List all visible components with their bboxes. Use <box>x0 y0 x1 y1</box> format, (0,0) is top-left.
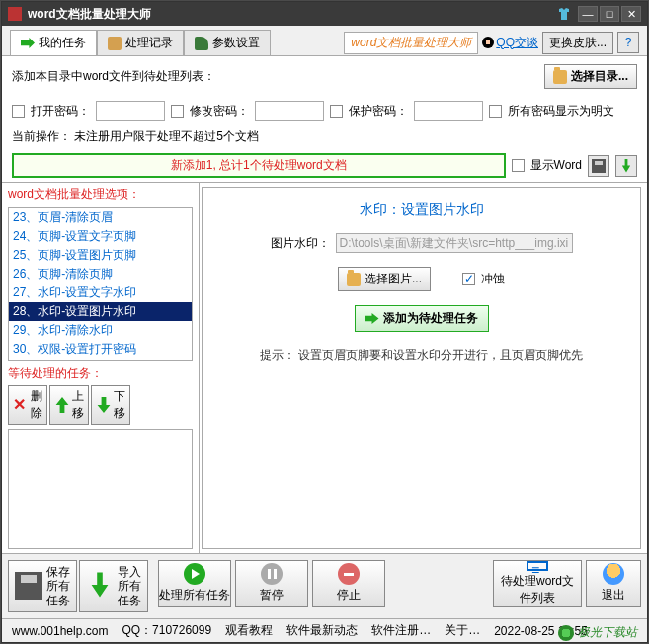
tab-label: 我的任务 <box>39 35 86 51</box>
maximize-button[interactable]: □ <box>600 6 619 22</box>
folder-open-icon <box>347 273 361 286</box>
shirt-icon[interactable] <box>556 6 572 22</box>
arrow-down-icon <box>96 397 112 413</box>
protect-password-input[interactable] <box>414 101 483 121</box>
stop-icon <box>338 563 360 585</box>
status-message: 新添加1, 总计1个待处理word文档 <box>12 153 506 178</box>
download-icon <box>619 159 633 173</box>
app-icon <box>8 7 22 21</box>
about-link[interactable]: 关于… <box>445 622 480 639</box>
show-word-checkbox[interactable] <box>512 159 525 172</box>
select-image-label: 选择图片... <box>365 271 422 287</box>
list-icon <box>527 561 548 571</box>
add-to-pending-button[interactable]: 添加为待处理任务 <box>355 305 489 332</box>
option-item[interactable]: 28、水印-设置图片水印 <box>9 302 192 321</box>
close-button[interactable]: ✕ <box>621 6 641 22</box>
protect-password-label: 保护密码： <box>349 103 408 120</box>
arrow-right-icon <box>365 312 379 326</box>
image-path-input <box>336 233 573 253</box>
exit-button[interactable]: 退出 <box>586 560 641 607</box>
plaintext-label: 所有密码显示为明文 <box>508 103 614 120</box>
news-link[interactable]: 软件最新动态 <box>286 622 358 639</box>
move-up-button[interactable]: 上 移 <box>49 385 89 425</box>
delete-label: 删 除 <box>31 388 42 422</box>
register-link[interactable]: 软件注册… <box>371 622 431 639</box>
play-icon <box>184 563 205 585</box>
option-item[interactable]: 31、权限-设置修改密码 <box>9 359 192 361</box>
site-watermark: 极光下载站 <box>558 624 637 641</box>
watermark-text: 极光下载站 <box>578 624 637 641</box>
washout-label: 冲蚀 <box>481 271 505 287</box>
add-files-label: 添加本目录中word文件到待处理列表： <box>12 68 215 85</box>
up-label: 上 移 <box>72 388 84 422</box>
show-word-label: 显示Word <box>530 157 582 174</box>
pause-label: 暂停 <box>260 587 284 604</box>
save-all-tasks-button[interactable]: 保存 所有 任务 <box>8 560 77 612</box>
stop-label: 停止 <box>337 587 361 604</box>
right-panel: 水印：设置图片水印 图片水印： 选择图片... 冲蚀 <box>202 187 641 549</box>
option-item[interactable]: 23、页眉-清除页眉 <box>9 208 192 227</box>
pending-tasks-title: 等待处理的任务： <box>2 362 199 385</box>
delete-task-button[interactable]: ✕删 除 <box>8 385 47 425</box>
tab-settings[interactable]: 参数设置 <box>184 30 271 55</box>
add-task-label: 添加为待处理任务 <box>383 310 478 327</box>
panel-heading: 水印：设置图片水印 <box>360 198 484 219</box>
options-list[interactable]: 23、页眉-清除页眉24、页脚-设置文字页脚25、页脚-设置图片页脚26、页脚-… <box>8 207 193 361</box>
arrow-right-icon <box>21 37 35 50</box>
x-icon: ✕ <box>13 397 29 413</box>
pending-tasks-list[interactable] <box>8 429 193 549</box>
options-title: word文档批量处理选项： <box>2 183 199 205</box>
exit-label: 退出 <box>602 587 625 604</box>
tutorial-link[interactable]: 观看教程 <box>225 622 273 639</box>
floppy-icon <box>592 159 606 173</box>
option-item[interactable]: 25、页脚-设置图片页脚 <box>9 246 192 265</box>
import-all-tasks-button[interactable]: 导入 所有 任务 <box>79 560 148 612</box>
exit-icon <box>603 563 624 585</box>
protect-password-checkbox[interactable] <box>330 105 343 118</box>
minimize-button[interactable]: — <box>578 6 598 22</box>
modify-password-input[interactable] <box>255 101 324 121</box>
pause-button[interactable]: 暂停 <box>235 560 308 607</box>
option-item[interactable]: 27、水印-设置文字水印 <box>9 283 192 302</box>
qq-chat-link[interactable]: QQ交谈 <box>482 35 538 51</box>
plaintext-checkbox[interactable] <box>489 105 502 118</box>
modify-password-label: 修改密码： <box>190 103 249 120</box>
left-panel: word文档批量处理选项： 23、页眉-清除页眉24、页脚-设置文字页脚25、页… <box>2 183 200 553</box>
option-item[interactable]: 24、页脚-设置文字页脚 <box>9 227 192 246</box>
select-dir-label: 选择目录... <box>571 68 628 85</box>
skin-button[interactable]: 更换皮肤... <box>542 32 613 54</box>
bottom-toolbar: 保存 所有 任务 导入 所有 任务 处理所有任务 暂停 停止 <box>2 553 647 618</box>
stop-button[interactable]: 停止 <box>312 560 385 607</box>
help-button[interactable]: ? <box>617 32 639 53</box>
brand-label: word文档批量处理大师 <box>344 32 478 54</box>
pending-list-button[interactable]: 待处理word文 件列表 <box>493 560 582 607</box>
statusbar: www.001help.com QQ：710726099 观看教程 软件最新动态… <box>2 618 647 642</box>
option-item[interactable]: 30、权限-设置打开密码 <box>9 340 192 359</box>
download-button[interactable] <box>615 155 637 177</box>
option-item[interactable]: 29、水印-清除水印 <box>9 321 192 340</box>
open-password-checkbox[interactable] <box>12 105 25 118</box>
window-title: word文档批量处理大师 <box>28 6 151 23</box>
select-image-button[interactable]: 选择图片... <box>338 267 431 291</box>
arrow-up-icon <box>54 397 70 413</box>
qq-number[interactable]: QQ：710726099 <box>122 622 211 639</box>
run-all-label: 处理所有任务 <box>159 587 230 604</box>
import-all-label: 导入 所有 任务 <box>118 565 141 607</box>
tab-my-tasks[interactable]: 我的任务 <box>10 30 97 55</box>
move-down-button[interactable]: 下 移 <box>91 385 130 425</box>
select-dir-button[interactable]: 选择目录... <box>544 64 637 89</box>
run-all-button[interactable]: 处理所有任务 <box>158 560 231 607</box>
current-op-label: 当前操作： <box>12 129 71 143</box>
tab-history[interactable]: 处理记录 <box>97 30 184 55</box>
down-label: 下 移 <box>114 388 125 422</box>
modify-password-checkbox[interactable] <box>171 105 184 118</box>
pending-list-label: 待处理word文 件列表 <box>501 573 574 606</box>
washout-checkbox[interactable] <box>462 273 475 285</box>
open-password-input[interactable] <box>96 101 165 121</box>
hint-text: 提示： 设置页眉页脚要和设置水印分开进行，且页眉页脚优先 <box>260 346 583 364</box>
open-password-label: 打开密码： <box>31 103 90 120</box>
website-link[interactable]: www.001help.com <box>12 624 108 638</box>
option-item[interactable]: 26、页脚-清除页脚 <box>9 265 192 283</box>
current-op-value: 未注册用户限于处理不超过5个文档 <box>74 129 259 143</box>
save-button[interactable] <box>588 155 609 177</box>
